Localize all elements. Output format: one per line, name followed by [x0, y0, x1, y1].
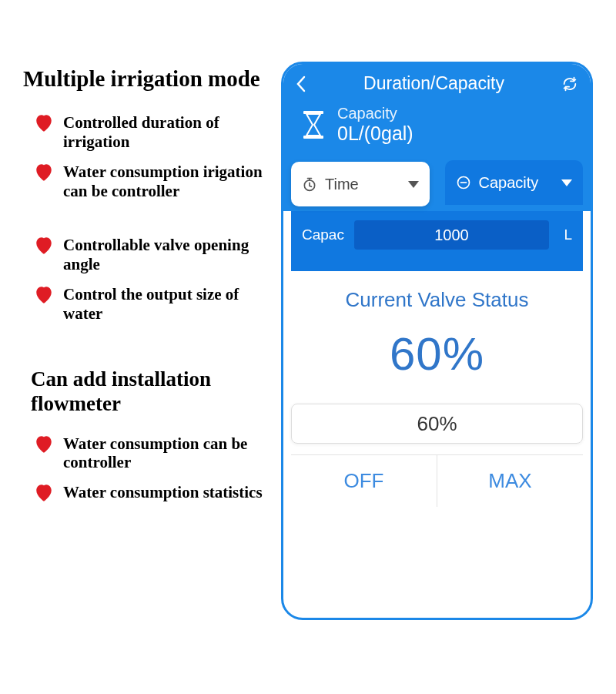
- heading-flowmeter: Can add installation flowmeter: [31, 367, 270, 415]
- list-item: Control the output size of water: [34, 285, 270, 324]
- list-item: Water consumption irigation can be contr…: [34, 163, 270, 201]
- phone-frame: Duration/Capacity Capacity 0L/(0gal) Tim…: [281, 62, 593, 620]
- heart-icon: [34, 163, 54, 182]
- page-title: Duration/Capacity: [363, 73, 504, 94]
- heart-icon: [34, 114, 54, 132]
- chevron-down-icon: [408, 181, 419, 188]
- bullet-text: Water consumption irigation can be contr…: [63, 163, 270, 201]
- back-icon[interactable]: [296, 75, 306, 92]
- tab-time-label: Time: [325, 176, 400, 193]
- capacity-value: 0L/(0gal): [337, 122, 413, 145]
- heading-modes: Multiple irrigation mode: [23, 66, 270, 92]
- max-button[interactable]: MAX: [437, 455, 583, 507]
- tab-time[interactable]: Time: [291, 162, 430, 206]
- list-item: Controlled duration of irrigation: [34, 113, 270, 152]
- refresh-icon[interactable]: [561, 75, 578, 92]
- off-button[interactable]: OFF: [291, 455, 437, 507]
- bullet-text: Water consumption can be controller: [63, 434, 270, 473]
- heart-icon: [34, 286, 54, 304]
- list-item: Controllable valve opening angle: [34, 236, 270, 274]
- capacity-unit: L: [557, 226, 572, 243]
- hourglass-icon: [300, 109, 326, 140]
- clock-icon: [302, 176, 317, 192]
- valve-status-title: Current Valve Status: [297, 288, 577, 312]
- bullet-text: Control the output size of water: [63, 285, 270, 324]
- valve-percent: 60%: [297, 327, 577, 381]
- capacity-label: Capacity: [337, 105, 413, 122]
- bullet-text: Water consumption statistics: [63, 483, 263, 502]
- heart-icon: [34, 484, 54, 502]
- list-item: Water consumption statistics: [34, 483, 270, 502]
- bullet-text: Controlled duration of irrigation: [63, 113, 270, 152]
- capacity-icon: [456, 175, 471, 190]
- valve-slider[interactable]: 60%: [291, 404, 583, 444]
- heart-icon: [34, 236, 54, 255]
- tab-capacity[interactable]: Capacity: [445, 160, 584, 205]
- bullet-text: Controllable valve opening angle: [63, 236, 270, 274]
- tab-capacity-label: Capacity: [479, 174, 554, 192]
- chevron-down-icon: [561, 179, 572, 186]
- capacity-input-label: Capac: [302, 226, 346, 243]
- capacity-input[interactable]: 1000: [354, 220, 549, 250]
- heart-icon: [34, 435, 54, 454]
- svg-rect-4: [460, 182, 466, 183]
- list-item: Water consumption can be controller: [34, 434, 270, 473]
